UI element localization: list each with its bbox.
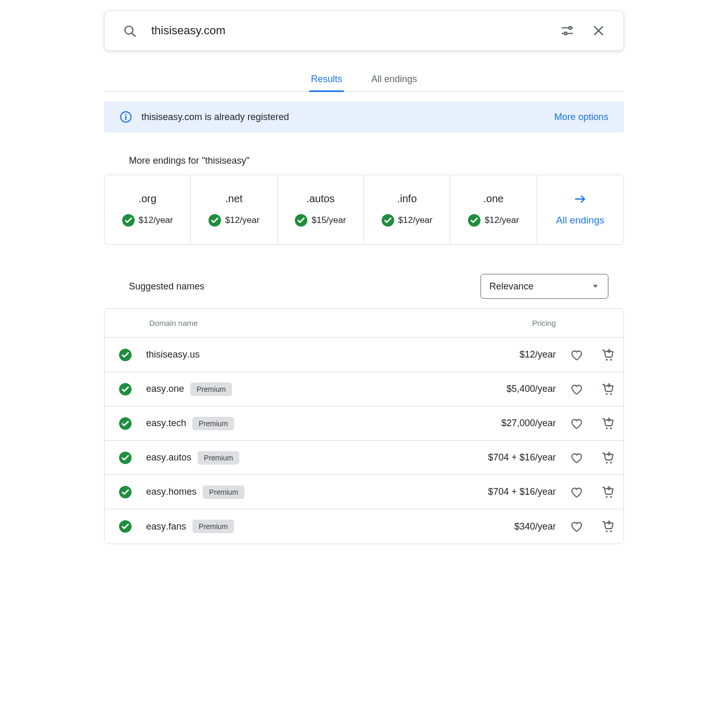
check-icon [382,214,394,227]
ending-price-row: $12/year [382,214,433,227]
ending-card[interactable]: .one$12/year [450,175,537,244]
divider [104,91,624,92]
add-to-cart-button[interactable] [597,447,618,468]
info-icon [120,111,132,123]
ending-card[interactable]: .info$12/year [364,175,450,244]
search-input[interactable] [150,23,547,38]
table-row[interactable]: easy.homesPremium$704 + $16/year [105,475,623,509]
favorite-button[interactable] [566,447,587,468]
check-icon [295,214,307,227]
ending-tld: .net [225,193,242,205]
all-endings-card[interactable]: All endings [537,175,623,244]
registered-banner: thisiseasy.com is already registered Mor… [104,101,624,133]
table-row[interactable]: easy.techPremium$27,000/year [105,406,623,441]
arrow-right-icon [574,193,587,205]
add-to-cart-button[interactable] [597,413,618,434]
price-cell: $5,400/year [447,384,561,394]
filters-button[interactable] [557,20,578,41]
domain-ext: .fans [166,521,186,532]
tab-all-endings[interactable]: All endings [369,68,419,92]
ending-tld: .info [397,193,417,205]
sort-dropdown[interactable]: Relevance [480,274,608,299]
domain-cell: easy.techPremium [146,417,447,430]
price-cell: $12/year [447,349,561,360]
domain-ext: .tech [166,418,186,428]
table-row[interactable]: thisiseasy.us$12/year [105,338,623,372]
ending-card[interactable]: .org$12/year [105,175,191,244]
suggested-header: Suggested names Relevance [104,274,624,299]
check-icon [468,214,480,227]
ending-tld: .org [138,193,156,205]
clear-button[interactable] [588,20,609,41]
tab-results[interactable]: Results [309,68,344,92]
ending-price: $12/year [139,215,173,226]
column-pricing: Pricing [447,319,561,327]
more-options-link[interactable]: More options [554,112,608,123]
domain-cell: easy.autosPremium [146,451,447,465]
domain-sld: easy [146,486,166,497]
ending-card[interactable]: .net$12/year [191,175,277,244]
price-cell: $27,000/year [447,418,561,429]
more-endings-title: More endings for "thisiseasy" [129,155,624,166]
check-icon [119,417,132,430]
suggested-title: Suggested names [129,281,204,292]
check-icon [119,383,132,395]
caret-down-icon [591,282,600,291]
add-to-cart-button[interactable] [597,345,618,365]
domain-ext: .us [187,349,200,360]
domain-sld: easy [146,418,166,428]
domain-cell: easy.fansPremium [146,520,447,533]
domain-sld: thisiseasy [146,349,187,360]
check-icon [119,486,132,498]
check-icon [122,214,135,227]
table-row[interactable]: easy.fansPremium$340/year [105,509,623,544]
favorite-button[interactable] [566,516,587,537]
search-icon [119,20,140,41]
check-icon [209,214,221,227]
add-to-cart-button[interactable] [597,516,618,537]
add-to-cart-button[interactable] [597,379,618,400]
domain-cell: easy.homesPremium [146,485,447,499]
premium-badge: Premium [192,417,234,430]
check-icon [119,349,132,361]
ending-price-row: $12/year [122,214,173,227]
favorite-button[interactable] [566,345,587,365]
ending-tld: .one [484,193,504,205]
premium-badge: Premium [203,485,244,499]
search-bar [104,10,624,51]
premium-badge: Premium [190,382,232,396]
ending-price: $15/year [311,215,346,226]
ending-tld: .autos [306,193,334,205]
ending-card[interactable]: .autos$15/year [278,175,364,244]
domain-cell: easy.onePremium [146,382,447,396]
domain-ext: .autos [166,452,191,463]
table-header: Domain name Pricing [105,309,623,338]
favorite-button[interactable] [566,482,587,503]
favorite-button[interactable] [566,379,587,400]
banner-text: thisiseasy.com is already registered [141,112,289,123]
ending-price: $12/year [485,215,519,226]
ending-price-row: $15/year [295,214,346,227]
domain-sld: easy [146,384,166,394]
price-cell: $704 + $16/year [447,452,561,463]
endings-grid: .org$12/year.net$12/year.autos$15/year.i… [104,175,624,245]
price-cell: $704 + $16/year [447,486,561,497]
table-row[interactable]: easy.autosPremium$704 + $16/year [105,441,623,475]
suggested-table: Domain name Pricing thisiseasy.us$12/yea… [104,308,624,544]
premium-badge: Premium [198,451,239,465]
favorite-button[interactable] [566,413,587,434]
domain-ext: .one [166,384,184,394]
ending-price-row: $12/year [209,214,259,227]
add-to-cart-button[interactable] [597,482,618,503]
check-icon [119,520,132,533]
domain-sld: easy [146,521,166,532]
table-row[interactable]: easy.onePremium$5,400/year [105,372,623,406]
domain-sld: easy [146,452,166,463]
column-domain-name: Domain name [146,319,447,327]
ending-price-row: $12/year [468,214,519,227]
check-icon [119,452,132,464]
price-cell: $340/year [447,521,561,532]
ending-price: $12/year [225,215,259,226]
premium-badge: Premium [192,520,234,533]
tabs: Results All endings [104,68,624,92]
